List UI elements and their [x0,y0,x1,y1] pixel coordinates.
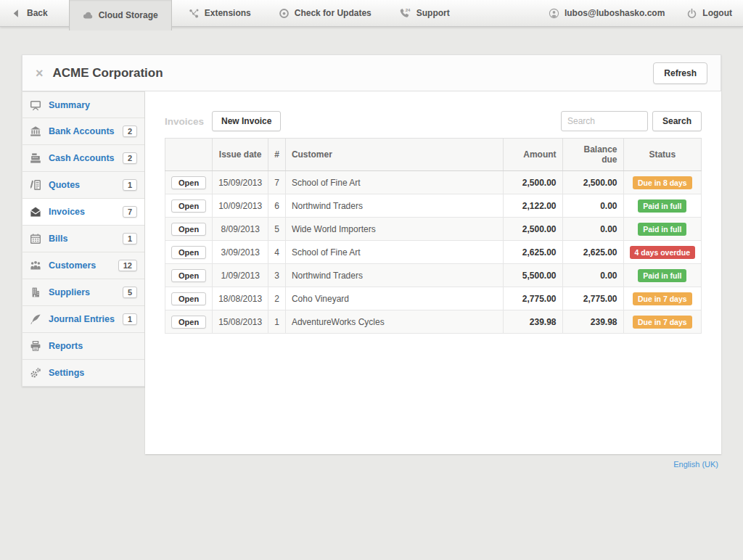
tab-extensions[interactable]: Extensions [178,0,262,26]
invoices-panel-title: Invoices [165,116,204,127]
balance-due-cell: 0.00 [562,194,623,218]
column-header-status: Status [623,139,701,171]
count-badge: 7 [123,206,137,218]
customer-cell: School of Fine Art [285,241,503,264]
refresh-button[interactable]: Refresh [653,62,707,84]
count-badge: 2 [123,125,137,137]
invoice-number-cell: 6 [268,194,286,218]
open-invoice-button[interactable]: Open [171,269,206,282]
invoices-toolbar: Invoices New Invoice Search [165,111,702,131]
check-updates-label: Check for Updates [295,8,372,18]
table-header-row: Issue date#CustomerAmountBalance dueStat… [165,139,702,171]
topbar-spacer [461,0,538,26]
sidebar-item-label: Customers [49,260,118,271]
invoices-table: Issue date#CustomerAmountBalance dueStat… [165,138,702,334]
open-invoice-button[interactable]: Open [171,316,206,329]
sidebar-item-quotes[interactable]: Quotes1 [22,172,145,199]
quill-icon [30,313,41,325]
amount-cell: 2,625.00 [503,241,562,264]
open-invoice-button[interactable]: Open [171,292,206,305]
sidebar-item-bills[interactable]: Bills1 [22,226,145,252]
sidebar-item-settings[interactable]: Settings [22,360,145,387]
sidebar-item-label: Reports [49,341,137,351]
balance-due-cell: 0.00 [562,264,623,287]
sidebar-item-reports[interactable]: Reports [22,333,145,360]
envelope-icon [30,206,41,218]
sidebar-item-label: Bills [49,234,123,244]
tab-check-for-updates[interactable]: Check for Updates [268,0,382,26]
issue-date-cell: 15/09/2013 [213,171,268,194]
column-header-customer: Customer [285,139,503,171]
sidebar-item-journal-entries[interactable]: Journal Entries1 [22,306,145,333]
support-label: Support [416,8,450,18]
business-header: × ACME Corporation Refresh [22,54,721,91]
count-badge: 12 [118,260,137,271]
amount-cell: 5,500.00 [503,264,562,287]
issue-date-cell: 15/08/2013 [213,310,268,334]
main-panel: × ACME Corporation Refresh SummaryBank A… [22,54,721,474]
building-icon [30,287,41,298]
logout-button[interactable]: Logout [676,0,743,26]
amount-cell: 2,500.00 [503,171,562,194]
user-email[interactable]: lubos@luboshasko.com [538,0,676,26]
customer-cell: School of Fine Art [285,171,503,194]
sidebar-item-customers[interactable]: Customers12 [22,252,145,279]
sidebar-item-suppliers[interactable]: Suppliers5 [22,279,145,306]
new-invoice-button[interactable]: New Invoice [212,111,281,131]
sidebar-item-summary[interactable]: Summary [22,91,145,118]
status-badge: Paid in full [638,269,686,282]
open-invoice-button[interactable]: Open [171,199,206,213]
tab-support[interactable]: 24 Support [388,0,461,26]
sidebar-item-label: Journal Entries [49,314,123,324]
invoice-number-cell: 1 [268,310,286,334]
calendar-icon [30,233,41,244]
sidebar-item-label: Summary [49,100,137,110]
quote-pen-icon [30,179,41,191]
amount-cell: 2,775.00 [503,287,562,310]
column-header-amount: Amount [503,139,562,171]
close-icon[interactable]: × [36,67,44,80]
top-navigation-bar: Back Cloud Storage Extensions Check for … [0,0,743,27]
footer: English (UK) [22,454,721,474]
logout-label: Logout [702,8,732,18]
open-invoice-button[interactable]: Open [171,246,206,259]
open-invoice-button[interactable]: Open [171,223,206,236]
count-badge: 5 [123,287,137,298]
customer-cell: Northwind Traders [285,264,503,287]
amount-cell: 239.98 [503,310,562,334]
content-area: Invoices New Invoice Search Issue date#C… [145,91,721,454]
search-button[interactable]: Search [652,111,702,131]
table-row: Open3/09/20134School of Fine Art2,625.00… [165,241,702,264]
invoice-number-cell: 2 [268,287,286,310]
status-badge: Due in 8 days [633,176,692,189]
count-badge: 1 [123,233,137,244]
balance-due-cell: 0.00 [562,218,623,241]
cloud-icon [83,10,94,21]
status-badge: Paid in full [638,199,686,213]
tab-cloud-storage[interactable]: Cloud Storage [69,0,172,30]
extensions-label: Extensions [205,8,251,18]
cloud-storage-label: Cloud Storage [99,10,158,20]
sidebar-item-label: Quotes [49,180,123,190]
monitor-icon [30,99,41,111]
column-header-#: # [268,139,286,171]
search-input[interactable] [561,111,648,131]
back-button[interactable]: Back [0,0,59,26]
user-email-label: lubos@luboshasko.com [565,8,665,18]
balance-due-cell: 239.98 [562,310,623,334]
customer-cell: Northwind Traders [285,194,503,218]
issue-date-cell: 3/09/2013 [213,241,268,264]
sidebar: SummaryBank Accounts2Cash Accounts2Quote… [22,91,145,387]
issue-date-cell: 8/09/2013 [213,218,268,241]
amount-cell: 2,122.00 [503,194,562,218]
open-invoice-button[interactable]: Open [171,176,206,189]
balance-due-cell: 2,625.00 [562,241,623,264]
sidebar-item-cash-accounts[interactable]: Cash Accounts2 [22,145,145,172]
language-link[interactable]: English (UK) [673,460,718,469]
sidebar-item-invoices[interactable]: Invoices7 [22,199,145,226]
sidebar-item-label: Cash Accounts [49,153,123,163]
invoice-number-cell: 3 [268,264,286,287]
sidebar-item-bank-accounts[interactable]: Bank Accounts2 [22,118,145,145]
count-badge: 1 [123,313,137,325]
invoice-number-cell: 4 [268,241,286,264]
